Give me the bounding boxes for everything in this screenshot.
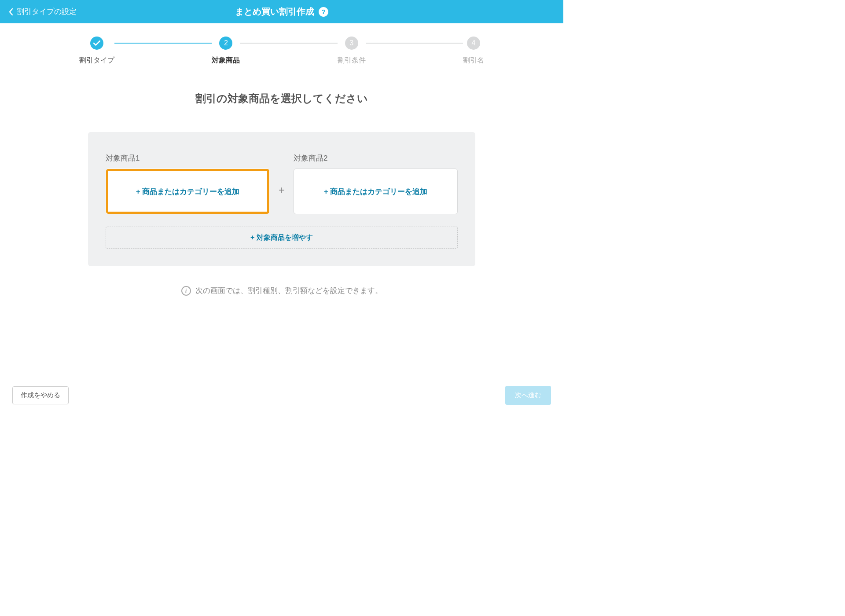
step-circle-3: 3 [345, 37, 358, 50]
page-header: 割引タイプの設定 まとめ買い割引作成 ? [0, 0, 563, 23]
connector-2 [240, 43, 337, 44]
step-label-4: 割引名 [463, 56, 484, 65]
product-row: 対象商品1 + 商品またはカテゴリーを追加 + 対象商品2 + 商品またはカテゴ… [106, 153, 458, 214]
step-label-2: 対象商品 [212, 56, 240, 65]
page-title-text: まとめ買い割引作成 [235, 6, 314, 18]
connector-3 [366, 43, 463, 44]
info-icon: i [181, 286, 191, 296]
product-label-1: 対象商品1 [106, 153, 270, 163]
help-icon[interactable]: ? [319, 7, 328, 17]
back-button[interactable]: 割引タイプの設定 [9, 7, 77, 17]
add-product-button-1[interactable]: + 商品またはカテゴリーを追加 [106, 169, 270, 214]
add-more-products-button[interactable]: + 対象商品を増やす [106, 227, 458, 249]
product-block-2: 対象商品2 + 商品またはカテゴリーを追加 [294, 153, 458, 214]
step-circle-4: 4 [467, 37, 480, 50]
next-button[interactable]: 次へ進む [505, 386, 551, 405]
step-circle-2: 2 [219, 37, 232, 50]
back-label: 割引タイプの設定 [17, 7, 77, 17]
step-discount-type: 割引タイプ [79, 37, 114, 65]
product-block-1: 対象商品1 + 商品またはカテゴリーを追加 [106, 153, 270, 214]
step-target-products: 2 対象商品 [212, 37, 240, 65]
product-label-2: 対象商品2 [294, 153, 458, 163]
cancel-button[interactable]: 作成をやめる [12, 386, 69, 404]
step-circle-1 [90, 37, 103, 50]
progress-stepper: 割引タイプ 2 対象商品 3 割引条件 4 割引名 [0, 37, 563, 65]
info-text: 次の画面では、割引種別、割引額などを設定できます。 [195, 286, 382, 296]
chevron-left-icon [9, 8, 13, 15]
add-product-button-2[interactable]: + 商品またはカテゴリーを追加 [294, 169, 458, 214]
page-title: まとめ買い割引作成 ? [235, 6, 328, 18]
main-heading: 割引の対象商品を選択してください [0, 92, 563, 106]
product-selection-panel: 対象商品1 + 商品またはカテゴリーを追加 + 対象商品2 + 商品またはカテゴ… [88, 132, 475, 266]
info-row: i 次の画面では、割引種別、割引額などを設定できます。 [0, 286, 563, 296]
step-label-3: 割引条件 [338, 56, 366, 65]
footer-bar: 作成をやめる 次へ進む [0, 380, 563, 411]
check-icon [93, 40, 100, 46]
step-discount-name: 4 割引名 [463, 37, 484, 65]
step-label-1: 割引タイプ [79, 56, 114, 65]
plus-separator: + [279, 184, 285, 196]
connector-1 [114, 43, 212, 44]
step-discount-conditions: 3 割引条件 [338, 37, 366, 65]
